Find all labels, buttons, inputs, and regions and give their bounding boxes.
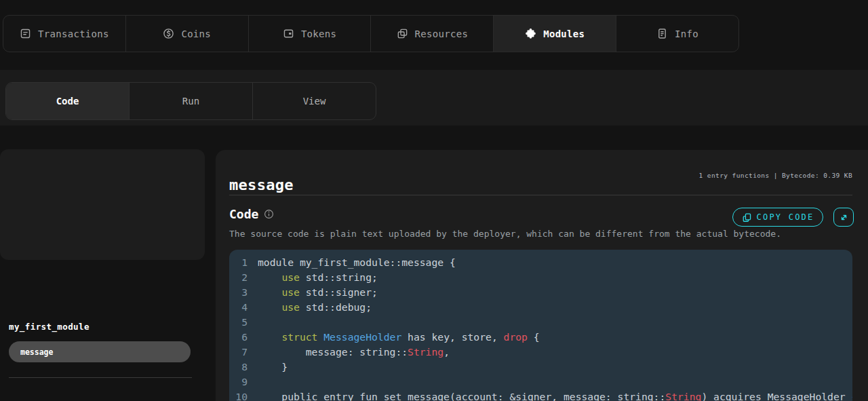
code-text: module my_first_module::message { bbox=[248, 255, 456, 270]
code-line: 7 message: string::String, bbox=[229, 345, 852, 360]
sidebar-item-message[interactable]: message bbox=[9, 341, 191, 362]
tab-modules[interactable]: Modules bbox=[494, 16, 616, 52]
tab-label: Modules bbox=[543, 28, 585, 39]
code-line: 10 public entry fun set_message(account:… bbox=[229, 389, 852, 401]
code-text: use std::string; bbox=[248, 270, 378, 285]
info-circle-icon[interactable] bbox=[264, 209, 274, 219]
module-meta: 1 entry functions | Bytecode: 0.39 KB bbox=[581, 172, 852, 179]
line-number: 4 bbox=[229, 300, 248, 315]
subtab-run[interactable]: Run bbox=[130, 83, 253, 119]
line-number: 6 bbox=[229, 330, 248, 345]
tab-tokens[interactable]: Tokens bbox=[249, 16, 372, 52]
code-text: struct MessageHolder has key, store, dro… bbox=[248, 330, 540, 345]
module-sidebar: my_first_module message bbox=[0, 149, 205, 260]
code-line: 1module my_first_module::message { bbox=[229, 255, 852, 270]
code-text: } bbox=[248, 360, 288, 375]
tab-label: Coins bbox=[181, 28, 211, 39]
code-section-description: The source code is plain text uploaded b… bbox=[229, 229, 781, 239]
subtab-view[interactable]: View bbox=[253, 83, 376, 119]
code-text bbox=[248, 375, 258, 389]
line-number: 5 bbox=[229, 315, 248, 330]
divider bbox=[229, 195, 852, 195]
tab-resources[interactable]: Resources bbox=[371, 16, 494, 52]
code-run-view-tabs: CodeRunView bbox=[5, 82, 376, 120]
line-number: 8 bbox=[229, 360, 248, 375]
code-text: use std::debug; bbox=[248, 300, 372, 315]
code-text: public entry fun set_message(account: &s… bbox=[248, 389, 852, 401]
code-line: 9 bbox=[229, 375, 852, 389]
info-doc-icon bbox=[656, 28, 668, 39]
tab-transactions[interactable]: Transactions bbox=[3, 16, 126, 52]
tab-label: Info bbox=[675, 28, 698, 39]
tab-info[interactable]: Info bbox=[616, 16, 738, 52]
tab-label: Resources bbox=[415, 28, 469, 39]
module-nav-tabs: TransactionsCoinsTokensResourcesModulesI… bbox=[3, 15, 739, 52]
code-text: use std::signer; bbox=[248, 285, 378, 300]
page-title: message bbox=[229, 176, 294, 193]
code-line: 8 } bbox=[229, 360, 852, 375]
module-name: my_first_module bbox=[9, 322, 90, 332]
copy-code-button[interactable]: COPY CODE bbox=[732, 208, 823, 227]
divider bbox=[9, 377, 192, 378]
line-number: 1 bbox=[229, 255, 248, 270]
copy-icon bbox=[742, 212, 752, 223]
coins-icon bbox=[163, 28, 174, 39]
code-line: 2 use std::string; bbox=[229, 270, 852, 285]
code-line: 5 bbox=[229, 315, 852, 330]
resources-icon bbox=[397, 28, 408, 39]
modules-icon bbox=[525, 28, 536, 39]
subtab-code[interactable]: Code bbox=[6, 83, 130, 119]
copy-code-label: COPY CODE bbox=[757, 212, 814, 222]
code-line: 4 use std::debug; bbox=[229, 300, 852, 315]
code-section-title: Code bbox=[229, 207, 258, 221]
tab-label: Tokens bbox=[301, 28, 336, 39]
tab-label: Transactions bbox=[38, 28, 109, 39]
code-line: 3 use std::signer; bbox=[229, 285, 852, 300]
line-number: 2 bbox=[229, 270, 248, 285]
line-number: 9 bbox=[229, 375, 248, 389]
expand-icon bbox=[839, 212, 849, 223]
tab-coins[interactable]: Coins bbox=[126, 16, 249, 52]
source-code-viewer[interactable]: 1module my_first_module::message {2 use … bbox=[229, 250, 852, 401]
transactions-icon bbox=[20, 28, 31, 39]
line-number: 7 bbox=[229, 345, 248, 360]
line-number: 10 bbox=[229, 389, 248, 401]
line-number: 3 bbox=[229, 285, 248, 300]
code-text: message: string::String, bbox=[248, 345, 450, 360]
code-text bbox=[248, 315, 258, 330]
code-line: 6 struct MessageHolder has key, store, d… bbox=[229, 330, 852, 345]
tokens-icon bbox=[283, 28, 294, 39]
expand-code-button[interactable] bbox=[833, 208, 854, 227]
